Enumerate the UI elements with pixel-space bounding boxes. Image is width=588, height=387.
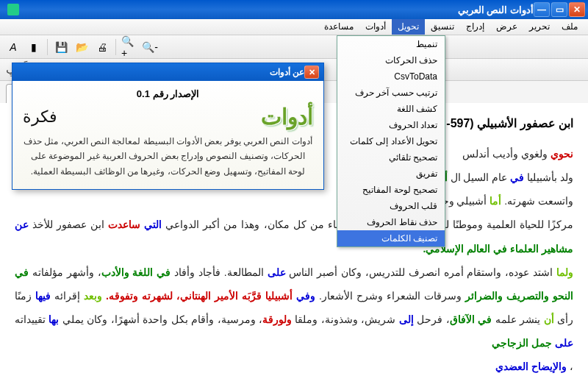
dialog-idea-label: فكرة [23,107,57,127]
about-dialog: ✕ عن أدوات الإصدار رقم 0.1 أدوات فكرة أد… [12,63,324,190]
menu-file[interactable]: ملف [556,19,584,35]
zoom-in-icon[interactable]: 🔍+ [121,38,138,56]
window-title: أدوات النص العربي [19,4,534,15]
window-minimize-button[interactable]: — [534,2,550,17]
menu-insert[interactable]: إدراج [460,19,490,35]
text-paragraph: ، والإيضاح العضدي [15,355,573,378]
dialog-description: أدوات النص العربي يوفر بعض الأدوات البسي… [23,134,313,179]
dd-item-count-chars[interactable]: تعداد الحروف [337,117,445,133]
transform-dropdown: تنميط حذف الحركات CsvToData ترتيب حسب آخ… [337,35,445,247]
dd-item-flip-chars[interactable]: قلب الحروف [337,198,445,214]
dialog-title: عن أدوات [17,67,304,77]
text-paragraph: ولما اشتد عوده، واستقام أمره انصرف للتدر… [15,260,573,355]
dd-item-autocorrect[interactable]: تصحيح تلقائي [337,149,445,166]
menu-view[interactable]: عرض [490,19,523,35]
font-icon[interactable]: A [4,38,22,56]
dd-item-classify-words[interactable]: تصنيف الكلمات [337,230,445,246]
toolbar-separator [115,39,116,55]
dd-item-num2words[interactable]: تحويل الأعداد إلى كلمات [337,133,445,149]
window-maximize-button[interactable]: ▭ [551,2,567,17]
window-controls: ✕ ▭ — [534,2,585,17]
open-icon[interactable]: 📂 [73,38,90,56]
text-line: واتسعت شهرته. أما أشبيلي وحد [15,189,573,213]
dd-item-csvtodata[interactable]: CsvToData [337,68,445,85]
menu-format[interactable]: تنسيق [425,19,460,35]
dd-item-fix-keyboard[interactable]: تصحيح لوحة المفاتيح [337,182,445,198]
menubar: ملف تحرير عرض إدراج تنسيق تحويل أدوات مس… [0,19,588,35]
menu-transform[interactable]: تحويل [392,19,425,35]
dialog-close-button[interactable]: ✕ [304,65,319,79]
color-icon[interactable]: ▮ [25,38,43,56]
window-close-button[interactable]: ✕ [569,2,585,17]
dd-item-detect-lang[interactable]: كشف اللغة [337,101,445,117]
dd-item-remove-dots[interactable]: حذف نقاط الحروف [337,214,445,230]
menu-tools[interactable]: أدوات [359,19,392,35]
dialog-titlebar[interactable]: ✕ عن أدوات [12,63,323,81]
window-titlebar: ✕ ▭ — أدوات النص العربي [0,0,588,19]
zoom-out-icon[interactable]: 🔍- [141,38,159,56]
toolbar-separator [47,39,48,55]
text-paragraph: مركزًا للحياة العلمية وموطنًا للثقافة وا… [15,213,573,260]
print-icon[interactable]: 🖨 [93,38,111,56]
dialog-version: الإصدار رقم 0.1 [23,88,313,99]
app-icon [7,4,19,15]
dd-item-sort-lastchar[interactable]: ترتيب حسب آخر حرف [337,85,445,101]
dialog-body: الإصدار رقم 0.1 أدوات فكرة أدوات النص ال… [12,81,323,189]
menu-edit[interactable]: تحرير [523,19,556,35]
main-toolbar: A ▮ 💾 📂 🖨 🔍+ 🔍- [0,35,588,59]
dd-item-remove-diacritics[interactable]: حذف الحركات [337,52,445,68]
menu-help[interactable]: مساعدة [318,19,359,35]
dialog-logo: أدوات [261,104,313,129]
save-icon[interactable]: 💾 [52,38,70,56]
dd-item-normalize[interactable]: تنميط [337,36,445,52]
dd-item-split[interactable]: تفريق [337,166,445,182]
